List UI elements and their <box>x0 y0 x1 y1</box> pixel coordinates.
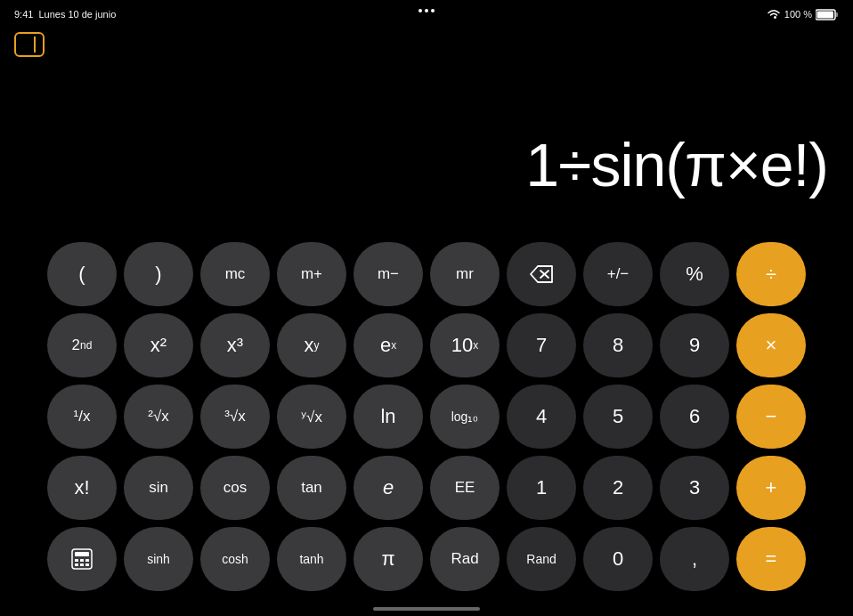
button-row-3: ¹/x ²√x ³√x ʸ√x ln log₁₀ 4 5 6 − <box>9 385 844 449</box>
btn-m-plus[interactable]: m+ <box>277 242 346 306</box>
button-row-2: 2nd x² x³ xy ex 10x 7 8 9 × <box>9 313 844 377</box>
btn-sqrt-y[interactable]: ʸ√x <box>277 385 346 449</box>
btn-sin[interactable]: sin <box>124 456 193 520</box>
btn-sinh[interactable]: sinh <box>124 527 193 591</box>
btn-e[interactable]: e <box>353 456 423 520</box>
status-bar-right: 100 % <box>767 9 839 20</box>
btn-cos[interactable]: cos <box>200 456 270 520</box>
svg-rect-2 <box>835 12 838 17</box>
btn-9[interactable]: 9 <box>660 313 729 377</box>
btn-ln[interactable]: ln <box>353 385 423 449</box>
btn-e-x[interactable]: ex <box>353 313 423 377</box>
btn-tan[interactable]: tan <box>277 456 346 520</box>
btn-pi[interactable]: π <box>353 527 423 591</box>
svg-rect-12 <box>85 563 89 566</box>
btn-x-cubed[interactable]: x³ <box>200 313 270 377</box>
btn-2[interactable]: 2 <box>583 456 653 520</box>
calculator-icon <box>70 547 93 571</box>
btn-close-paren[interactable]: ) <box>124 242 193 306</box>
display-area: 1÷sin(π×e!) <box>0 36 853 214</box>
btn-rand[interactable]: Rand <box>507 527 576 591</box>
btn-rad[interactable]: Rad <box>430 527 500 591</box>
button-row-1: ( ) mc m+ m− mr +/− % ÷ <box>9 242 844 306</box>
status-bar: 9:41 Lunes 10 de junio 100 % <box>0 0 853 28</box>
calculator-keypad: ( ) mc m+ m− mr +/− % ÷ 2nd x² x³ xy ex … <box>0 242 853 598</box>
btn-1[interactable]: 1 <box>507 456 576 520</box>
btn-multiply[interactable]: × <box>736 313 806 377</box>
btn-decimal[interactable]: , <box>660 527 729 591</box>
btn-open-paren[interactable]: ( <box>47 242 117 306</box>
btn-7[interactable]: 7 <box>507 313 576 377</box>
display-expression: 1÷sin(π×e!) <box>525 130 828 199</box>
btn-x-squared[interactable]: x² <box>124 313 193 377</box>
btn-mr[interactable]: mr <box>430 242 500 306</box>
btn-cosh[interactable]: cosh <box>200 527 270 591</box>
btn-x-y[interactable]: xy <box>277 313 346 377</box>
battery-icon <box>816 9 839 20</box>
btn-plus-minus[interactable]: +/− <box>583 242 653 306</box>
btn-ee[interactable]: EE <box>430 456 500 520</box>
btn-5[interactable]: 5 <box>583 385 653 449</box>
btn-calculator-mode[interactable] <box>47 527 117 591</box>
btn-log10[interactable]: log₁₀ <box>430 385 500 449</box>
home-indicator <box>373 607 480 611</box>
btn-sqrt2[interactable]: ²√x <box>124 385 193 449</box>
button-row-4: x! sin cos tan e EE 1 2 3 + <box>9 456 844 520</box>
btn-8[interactable]: 8 <box>583 313 653 377</box>
btn-equals[interactable]: = <box>736 527 806 591</box>
svg-rect-1 <box>816 11 833 18</box>
btn-6[interactable]: 6 <box>660 385 729 449</box>
svg-rect-7 <box>75 559 78 562</box>
btn-inverse[interactable]: ¹/x <box>47 385 117 449</box>
svg-rect-10 <box>75 563 78 566</box>
svg-rect-6 <box>75 552 89 556</box>
btn-4[interactable]: 4 <box>507 385 576 449</box>
wifi-icon <box>767 9 781 20</box>
battery-label: 100 % <box>784 9 812 20</box>
btn-m-minus[interactable]: m− <box>353 242 423 306</box>
btn-backspace[interactable] <box>507 242 576 306</box>
btn-divide[interactable]: ÷ <box>736 242 806 306</box>
btn-add[interactable]: + <box>736 456 806 520</box>
btn-percent[interactable]: % <box>660 242 729 306</box>
btn-factorial[interactable]: x! <box>47 456 117 520</box>
btn-2nd[interactable]: 2nd <box>47 313 117 377</box>
svg-rect-11 <box>80 563 84 566</box>
btn-mc[interactable]: mc <box>200 242 270 306</box>
backspace-icon <box>529 264 554 284</box>
svg-rect-8 <box>80 559 84 562</box>
status-date: Lunes 10 de junio <box>38 9 116 20</box>
status-bar-left: 9:41 Lunes 10 de junio <box>14 9 116 20</box>
btn-10-x[interactable]: 10x <box>430 313 500 377</box>
btn-sqrt3[interactable]: ³√x <box>200 385 270 449</box>
btn-subtract[interactable]: − <box>736 385 806 449</box>
svg-rect-9 <box>85 559 89 562</box>
button-row-5: sinh cosh tanh π Rad Rand 0 , = <box>9 527 844 591</box>
btn-0[interactable]: 0 <box>583 527 653 591</box>
btn-3[interactable]: 3 <box>660 456 729 520</box>
btn-tanh[interactable]: tanh <box>277 527 346 591</box>
status-time: 9:41 <box>14 9 33 20</box>
